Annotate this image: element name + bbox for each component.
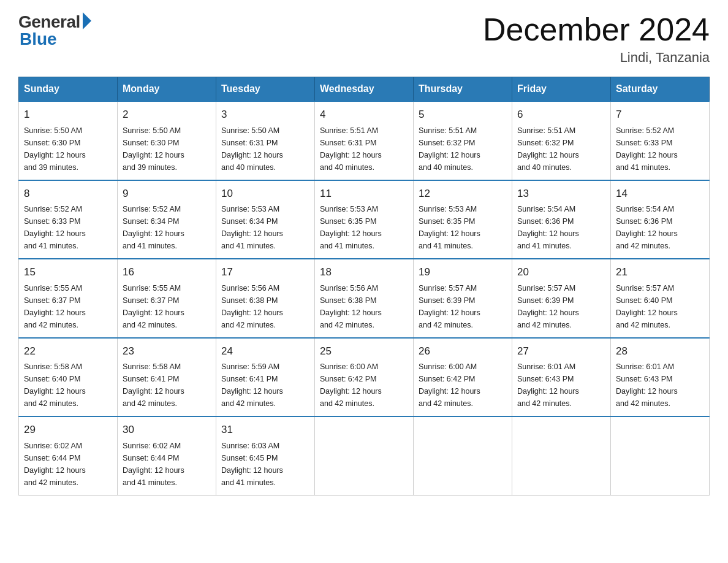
col-wednesday: Wednesday (315, 77, 414, 102)
day-number: 19 (419, 264, 507, 280)
col-saturday: Saturday (611, 77, 710, 102)
calendar-cell: 30 Sunrise: 6:02 AMSunset: 6:44 PMDaylig… (118, 416, 216, 495)
day-info: Sunrise: 5:53 AMSunset: 6:35 PMDaylight:… (419, 205, 480, 250)
day-info: Sunrise: 5:57 AMSunset: 6:39 PMDaylight:… (419, 284, 480, 329)
calendar-cell: 11 Sunrise: 5:53 AMSunset: 6:35 PMDaylig… (315, 180, 414, 259)
day-info: Sunrise: 6:02 AMSunset: 6:44 PMDaylight:… (24, 442, 86, 487)
day-info: Sunrise: 5:55 AMSunset: 6:37 PMDaylight:… (123, 284, 184, 329)
day-info: Sunrise: 6:00 AMSunset: 6:42 PMDaylight:… (320, 362, 382, 408)
day-info: Sunrise: 5:50 AMSunset: 6:30 PMDaylight:… (123, 126, 184, 172)
calendar-cell: 28 Sunrise: 6:01 AMSunset: 6:43 PMDaylig… (611, 338, 710, 417)
day-number: 2 (123, 107, 211, 123)
day-info: Sunrise: 5:57 AMSunset: 6:39 PMDaylight:… (517, 284, 579, 329)
calendar-cell: 14 Sunrise: 5:54 AMSunset: 6:36 PMDaylig… (611, 180, 710, 259)
location: Lindi, Tanzania (483, 50, 710, 66)
day-number: 1 (24, 107, 112, 123)
calendar-cell: 31 Sunrise: 6:03 AMSunset: 6:45 PMDaylig… (216, 416, 315, 495)
day-info: Sunrise: 6:02 AMSunset: 6:44 PMDaylight:… (123, 442, 184, 487)
calendar-cell: 21 Sunrise: 5:57 AMSunset: 6:40 PMDaylig… (611, 259, 710, 338)
day-info: Sunrise: 5:58 AMSunset: 6:40 PMDaylight:… (24, 362, 86, 408)
day-number: 14 (616, 186, 704, 202)
day-info: Sunrise: 6:01 AMSunset: 6:43 PMDaylight:… (616, 362, 678, 408)
day-info: Sunrise: 5:54 AMSunset: 6:36 PMDaylight:… (517, 205, 579, 250)
col-friday: Friday (512, 77, 611, 102)
header-row: Sunday Monday Tuesday Wednesday Thursday… (19, 77, 710, 102)
day-info: Sunrise: 5:50 AMSunset: 6:30 PMDaylight:… (24, 126, 86, 172)
day-number: 21 (616, 264, 704, 280)
day-number: 8 (24, 186, 112, 202)
logo-blue-text: Blue (20, 29, 57, 49)
day-info: Sunrise: 5:51 AMSunset: 6:32 PMDaylight:… (419, 126, 480, 172)
day-number: 5 (419, 107, 507, 123)
day-number: 27 (517, 343, 605, 359)
day-number: 23 (123, 343, 211, 359)
day-info: Sunrise: 5:50 AMSunset: 6:31 PMDaylight:… (221, 126, 283, 172)
calendar-cell: 27 Sunrise: 6:01 AMSunset: 6:43 PMDaylig… (512, 338, 611, 417)
day-number: 30 (123, 422, 211, 438)
calendar-cell: 15 Sunrise: 5:55 AMSunset: 6:37 PMDaylig… (19, 259, 118, 338)
day-number: 24 (221, 343, 309, 359)
day-number: 6 (517, 107, 605, 123)
calendar-cell: 18 Sunrise: 5:56 AMSunset: 6:38 PMDaylig… (315, 259, 414, 338)
day-number: 20 (517, 264, 605, 280)
col-monday: Monday (118, 77, 216, 102)
calendar-cell: 10 Sunrise: 5:53 AMSunset: 6:34 PMDaylig… (216, 180, 315, 259)
calendar-cell: 20 Sunrise: 5:57 AMSunset: 6:39 PMDaylig… (512, 259, 611, 338)
day-number: 13 (517, 186, 605, 202)
day-info: Sunrise: 5:52 AMSunset: 6:33 PMDaylight:… (24, 205, 86, 250)
calendar-cell: 1 Sunrise: 5:50 AMSunset: 6:30 PMDayligh… (19, 101, 118, 180)
day-number: 26 (419, 343, 507, 359)
day-number: 4 (320, 107, 408, 123)
day-number: 10 (221, 186, 309, 202)
week-row-4: 22 Sunrise: 5:58 AMSunset: 6:40 PMDaylig… (19, 338, 710, 417)
col-thursday: Thursday (414, 77, 512, 102)
calendar-cell: 12 Sunrise: 5:53 AMSunset: 6:35 PMDaylig… (414, 180, 512, 259)
calendar-cell: 26 Sunrise: 6:00 AMSunset: 6:42 PMDaylig… (414, 338, 512, 417)
day-info: Sunrise: 5:59 AMSunset: 6:41 PMDaylight:… (221, 362, 283, 408)
calendar-cell (315, 416, 414, 495)
calendar-cell: 17 Sunrise: 5:56 AMSunset: 6:38 PMDaylig… (216, 259, 315, 338)
day-number: 3 (221, 107, 309, 123)
calendar-table: Sunday Monday Tuesday Wednesday Thursday… (18, 77, 710, 496)
day-number: 17 (221, 264, 309, 280)
day-number: 9 (123, 186, 211, 202)
col-sunday: Sunday (19, 77, 118, 102)
day-info: Sunrise: 5:56 AMSunset: 6:38 PMDaylight:… (221, 284, 283, 329)
day-info: Sunrise: 5:58 AMSunset: 6:41 PMDaylight:… (123, 362, 184, 408)
calendar-cell: 24 Sunrise: 5:59 AMSunset: 6:41 PMDaylig… (216, 338, 315, 417)
calendar-cell: 29 Sunrise: 6:02 AMSunset: 6:44 PMDaylig… (19, 416, 118, 495)
calendar-cell: 16 Sunrise: 5:55 AMSunset: 6:37 PMDaylig… (118, 259, 216, 338)
calendar-cell: 5 Sunrise: 5:51 AMSunset: 6:32 PMDayligh… (414, 101, 512, 180)
day-info: Sunrise: 5:56 AMSunset: 6:38 PMDaylight:… (320, 284, 382, 329)
logo-arrow-icon (83, 12, 91, 29)
calendar-cell (414, 416, 512, 495)
col-tuesday: Tuesday (216, 77, 315, 102)
day-info: Sunrise: 5:53 AMSunset: 6:34 PMDaylight:… (221, 205, 283, 250)
calendar-cell: 4 Sunrise: 5:51 AMSunset: 6:31 PMDayligh… (315, 101, 414, 180)
month-title: December 2024 (483, 12, 710, 47)
calendar-body: 1 Sunrise: 5:50 AMSunset: 6:30 PMDayligh… (19, 101, 710, 495)
calendar-header: Sunday Monday Tuesday Wednesday Thursday… (19, 77, 710, 102)
day-number: 15 (24, 264, 112, 280)
calendar-cell: 8 Sunrise: 5:52 AMSunset: 6:33 PMDayligh… (19, 180, 118, 259)
day-info: Sunrise: 6:03 AMSunset: 6:45 PMDaylight:… (221, 442, 283, 487)
calendar-cell (611, 416, 710, 495)
week-row-3: 15 Sunrise: 5:55 AMSunset: 6:37 PMDaylig… (19, 259, 710, 338)
day-info: Sunrise: 5:53 AMSunset: 6:35 PMDaylight:… (320, 205, 382, 250)
calendar-cell: 23 Sunrise: 5:58 AMSunset: 6:41 PMDaylig… (118, 338, 216, 417)
day-number: 12 (419, 186, 507, 202)
day-number: 18 (320, 264, 408, 280)
day-info: Sunrise: 5:51 AMSunset: 6:32 PMDaylight:… (517, 126, 579, 172)
day-info: Sunrise: 5:51 AMSunset: 6:31 PMDaylight:… (320, 126, 382, 172)
calendar-cell: 13 Sunrise: 5:54 AMSunset: 6:36 PMDaylig… (512, 180, 611, 259)
day-number: 11 (320, 186, 408, 202)
calendar-cell: 25 Sunrise: 6:00 AMSunset: 6:42 PMDaylig… (315, 338, 414, 417)
day-info: Sunrise: 5:52 AMSunset: 6:34 PMDaylight:… (123, 205, 184, 250)
day-number: 25 (320, 343, 408, 359)
day-info: Sunrise: 5:55 AMSunset: 6:37 PMDaylight:… (24, 284, 86, 329)
calendar-cell: 22 Sunrise: 5:58 AMSunset: 6:40 PMDaylig… (19, 338, 118, 417)
day-info: Sunrise: 5:52 AMSunset: 6:33 PMDaylight:… (616, 126, 678, 172)
calendar-cell (512, 416, 611, 495)
day-number: 16 (123, 264, 211, 280)
calendar-cell: 6 Sunrise: 5:51 AMSunset: 6:32 PMDayligh… (512, 101, 611, 180)
